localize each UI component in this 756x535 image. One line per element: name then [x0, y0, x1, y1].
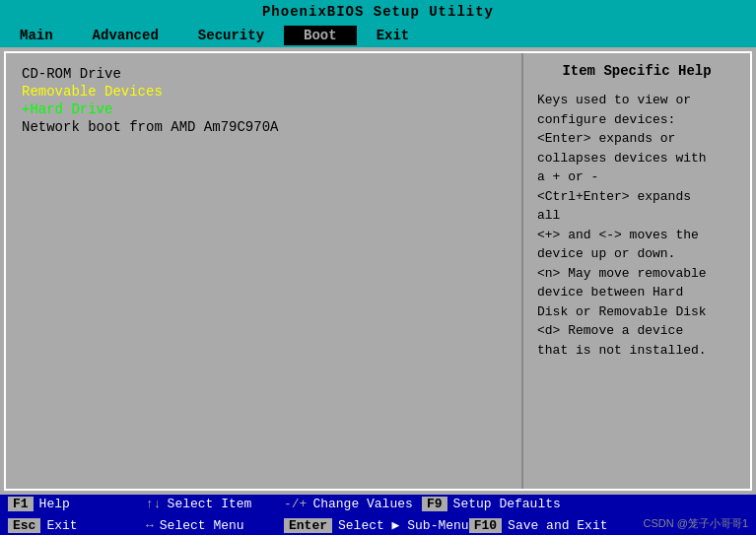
enter-key: Enter — [284, 518, 332, 533]
key-plusminus: -/+ Change Values — [284, 497, 422, 511]
key-leftright: ↔ Select Menu — [146, 517, 284, 533]
plusminus-desc: Change Values — [312, 497, 412, 511]
esc-key: Esc — [8, 518, 40, 533]
updown-sym: ↑↓ — [146, 497, 162, 511]
bottom-row-1: F1 Help ↑↓ Select Item -/+ Change Values… — [0, 495, 756, 513]
f1-key: F1 — [8, 497, 34, 511]
help-panel: Item Specific Help Keys used to view or … — [523, 53, 750, 489]
help-title: Item Specific Help — [537, 63, 736, 79]
boot-item-removable[interactable]: Removable Devices — [22, 83, 506, 100]
menu-boot[interactable]: Boot — [284, 26, 357, 45]
updown-desc: Select Item — [168, 497, 252, 511]
content-area: CD-ROM Drive Removable Devices +Hard Dri… — [4, 51, 752, 491]
boot-item-network[interactable]: Network boot from AMD Am79C970A — [22, 118, 506, 136]
plusminus-sym: -/+ — [284, 497, 307, 511]
help-text: Keys used to view or configure devices: … — [537, 91, 736, 360]
boot-order-panel: CD-ROM Drive Removable Devices +Hard Dri… — [6, 53, 523, 489]
key-updown: ↑↓ Select Item — [146, 497, 284, 511]
menu-advanced[interactable]: Advanced — [73, 26, 178, 45]
f9-desc: Setup Defaults — [453, 497, 561, 511]
menu-bar: Main Advanced Security Boot Exit — [0, 24, 756, 47]
key-enter: Enter Select ▶ Sub-Menu — [284, 517, 469, 533]
enter-desc: Select ▶ Sub-Menu — [338, 517, 469, 533]
menu-main[interactable]: Main — [0, 26, 73, 45]
menu-exit[interactable]: Exit — [357, 26, 430, 45]
menu-security[interactable]: Security — [178, 26, 284, 45]
bios-title: PhoenixBIOS Setup Utility — [0, 0, 756, 24]
watermark: CSDN @笼子小哥哥1 — [643, 516, 748, 531]
key-f10: F10 Save and Exit — [469, 517, 608, 533]
leftright-desc: Select Menu — [160, 518, 244, 533]
leftright-sym: ↔ — [146, 518, 154, 533]
esc-desc: Exit — [46, 518, 77, 533]
boot-item-cdrom[interactable]: CD-ROM Drive — [22, 65, 506, 83]
f10-key: F10 — [469, 518, 502, 533]
key-f9: F9 Setup Defaults — [422, 497, 561, 511]
boot-item-harddrive[interactable]: +Hard Drive — [22, 100, 506, 118]
f9-key: F9 — [422, 497, 447, 511]
key-f1: F1 Help — [8, 497, 146, 511]
f1-desc: Help — [39, 497, 70, 511]
f10-desc: Save and Exit — [508, 518, 607, 533]
key-esc: Esc Exit — [8, 517, 146, 533]
